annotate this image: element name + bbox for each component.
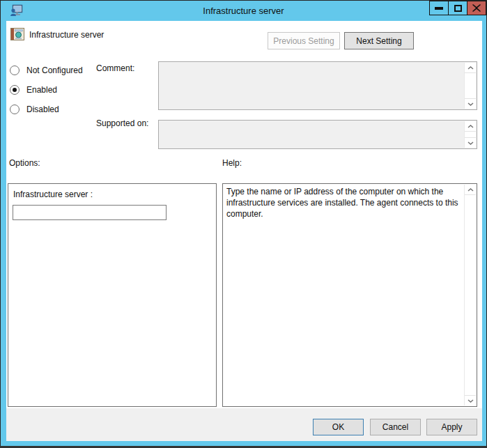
scroll-down-button[interactable] — [465, 395, 476, 405]
supported-on-label: Supported on: — [96, 118, 148, 128]
help-scrollbar[interactable] — [464, 185, 476, 405]
minimize-button[interactable] — [429, 1, 449, 15]
close-button[interactable] — [467, 1, 486, 15]
options-section-label: Options: — [9, 158, 40, 168]
help-section-label: Help: — [222, 158, 242, 168]
policy-setting-icon — [10, 28, 24, 40]
button-bar: OK Cancel Apply — [6, 408, 482, 441]
comment-scrollbar[interactable] — [464, 63, 476, 109]
help-panel: Type the name or IP address of the compu… — [222, 183, 477, 407]
dialog-window: Infrastructure server — [0, 0, 487, 446]
supported-on-scrollbar[interactable] — [464, 121, 476, 148]
options-panel: Infrastructure server : — [8, 183, 217, 407]
apply-button[interactable]: Apply — [426, 419, 477, 435]
radio-circle-icon — [10, 105, 20, 114]
close-icon — [472, 4, 481, 12]
scroll-up-button[interactable] — [465, 63, 476, 73]
maximize-button[interactable] — [448, 1, 467, 15]
radio-not-configured[interactable]: Not Configured — [10, 65, 83, 76]
ok-button[interactable]: OK — [313, 419, 364, 435]
scroll-up-button[interactable] — [465, 185, 476, 195]
window-title: Infrastructure server — [1, 1, 486, 21]
chevron-down-icon — [467, 102, 474, 106]
cancel-button[interactable]: Cancel — [370, 419, 421, 435]
radio-disabled[interactable]: Disabled — [10, 104, 59, 115]
window-controls — [430, 1, 486, 15]
chevron-up-icon — [467, 125, 474, 128]
dialog-content: Infrastructure server Previous Setting N… — [6, 21, 482, 441]
chevron-up-icon — [467, 66, 474, 70]
comment-label: Comment: — [96, 63, 134, 73]
chevron-up-icon — [467, 188, 474, 192]
radio-circle-icon — [10, 85, 20, 95]
maximize-icon — [454, 5, 462, 12]
scroll-down-button[interactable] — [465, 98, 476, 109]
radio-circle-icon — [10, 65, 20, 75]
comment-textarea — [158, 61, 477, 110]
scroll-up-button[interactable] — [465, 121, 476, 132]
titlebar[interactable]: Infrastructure server — [1, 1, 486, 21]
supported-on-textarea — [158, 120, 477, 149]
radio-label: Not Configured — [26, 65, 83, 75]
screenshot-root: Infrastructure server — [0, 0, 487, 448]
previous-setting-button: Previous Setting — [268, 32, 340, 49]
radio-label: Enabled — [26, 85, 57, 95]
next-setting-button[interactable]: Next Setting — [344, 32, 414, 49]
radio-label: Disabled — [26, 105, 59, 114]
radio-enabled[interactable]: Enabled — [10, 84, 57, 95]
help-text: Type the name or IP address of the compu… — [226, 186, 460, 219]
minimize-icon — [435, 7, 443, 10]
infrastructure-server-input[interactable] — [13, 205, 167, 220]
setting-name-label: Infrastructure server — [29, 30, 104, 40]
infrastructure-server-field-label: Infrastructure server : — [13, 190, 93, 199]
chevron-down-icon — [467, 141, 474, 145]
chevron-down-icon — [467, 399, 474, 403]
scroll-down-button[interactable] — [465, 137, 476, 148]
